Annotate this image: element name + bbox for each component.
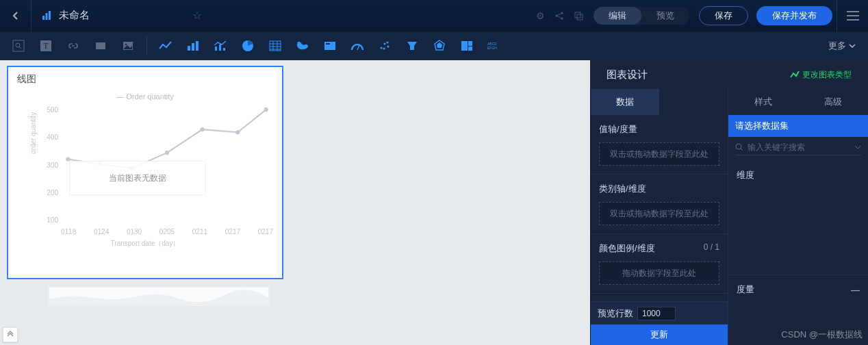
- filter-section: 过滤器: [591, 294, 728, 301]
- image-tool[interactable]: [117, 35, 139, 57]
- card-tool[interactable]: [319, 35, 341, 57]
- svg-point-3: [555, 14, 557, 16]
- value-axis-section: 值轴/度量 双击或拖动数据字段至此处: [591, 115, 728, 175]
- chart-scrubber[interactable]: [49, 287, 269, 306]
- bar-chart-icon: [41, 10, 52, 21]
- watermark: CSDN @一根数据线: [781, 329, 863, 341]
- combo-chart-tool[interactable]: [209, 35, 231, 57]
- chart-title: 线图: [8, 66, 283, 88]
- tab-style[interactable]: 样式: [728, 89, 798, 115]
- svg-text:T: T: [43, 41, 49, 51]
- dropdown-icon[interactable]: [854, 144, 861, 151]
- canvas[interactable]: ✧ ↔ 线图 — Order quantity order quantity 5…: [0, 60, 590, 345]
- line-icon: [790, 71, 800, 79]
- dataset-search-input[interactable]: [748, 142, 850, 152]
- copy-icon[interactable]: [569, 6, 588, 25]
- svg-point-38: [165, 151, 169, 155]
- svg-point-26: [383, 42, 385, 44]
- svg-point-42: [736, 144, 741, 149]
- preview-rows-bar: 预览行数: [591, 301, 728, 324]
- title-wrap: 未命名 ☆: [31, 9, 212, 22]
- update-button[interactable]: 更新: [591, 324, 728, 345]
- category-axis-section: 类别轴/维度 双击或拖动数据字段至此处: [591, 175, 728, 234]
- dataset-select-header[interactable]: 请选择数据集: [728, 115, 868, 137]
- svg-rect-0: [42, 16, 44, 20]
- svg-rect-6: [575, 12, 580, 18]
- svg-rect-16: [192, 43, 194, 51]
- chart-body: — Order quantity order quantity 500 400 …: [8, 92, 283, 257]
- chevron-left-icon: [11, 11, 21, 21]
- radar-tool[interactable]: [429, 35, 450, 57]
- measure-label: 度量: [737, 283, 754, 296]
- menu-icon[interactable]: [837, 0, 868, 31]
- favorite-star-icon[interactable]: ☆: [192, 9, 202, 22]
- svg-rect-19: [219, 44, 221, 51]
- y-axis-ticks: 500 400 300 200 100: [40, 106, 58, 224]
- dimension-label: 维度: [737, 169, 754, 181]
- svg-point-39: [201, 127, 205, 131]
- pie-chart-tool[interactable]: [237, 35, 259, 57]
- svg-rect-2: [49, 11, 51, 20]
- mode-tabs: 编辑 预览: [593, 7, 689, 25]
- gauge-tool[interactable]: [346, 35, 368, 57]
- svg-point-29: [386, 41, 388, 43]
- svg-rect-32: [468, 47, 472, 51]
- tab-edit[interactable]: 编辑: [593, 7, 641, 25]
- value-axis-dropzone[interactable]: 双击或拖动数据字段至此处: [599, 142, 719, 166]
- tab-data[interactable]: 数据: [591, 89, 659, 115]
- svg-rect-1: [46, 13, 48, 20]
- query-tool[interactable]: [8, 35, 29, 57]
- svg-rect-31: [468, 41, 472, 46]
- heatmap-tool[interactable]: ABCDEFGH: [483, 35, 505, 57]
- change-chart-type[interactable]: 更改图表类型: [790, 69, 852, 81]
- svg-rect-7: [577, 14, 583, 20]
- svg-rect-18: [215, 47, 217, 51]
- preview-rows-input[interactable]: [637, 307, 676, 320]
- x-axis-label: Transport date（day）: [8, 239, 283, 248]
- svg-rect-24: [326, 43, 330, 44]
- scatter-tool[interactable]: [374, 35, 396, 57]
- svg-point-27: [387, 45, 389, 47]
- text-tool[interactable]: T: [35, 35, 57, 57]
- tab-advanced[interactable]: 高级: [798, 89, 868, 115]
- save-button[interactable]: 保存: [699, 6, 748, 25]
- top-bar: 未命名 ☆ ⚙ 编辑 预览 保存 保存并发布: [0, 0, 868, 31]
- measure-section: 度量 —: [728, 274, 868, 304]
- component-toolbar: T ABCDEFGH 更多: [0, 31, 868, 60]
- value-axis-title: 值轴/度量: [599, 123, 719, 136]
- table-tool[interactable]: [264, 35, 286, 57]
- settings-icon[interactable]: ⚙: [531, 6, 550, 25]
- chart-card[interactable]: 线图 — Order quantity order quantity 500 4…: [7, 66, 283, 279]
- more-label: 更多: [828, 40, 846, 52]
- line-chart-tool[interactable]: [155, 35, 177, 57]
- expand-panel-button[interactable]: [3, 327, 18, 342]
- panel-right: 样式 高级 请选择数据集 维度 度量 —: [728, 60, 868, 345]
- funnel-tool[interactable]: [401, 35, 423, 57]
- color-legend-count: 0 / 1: [704, 242, 719, 255]
- dimension-section: 维度: [728, 161, 868, 190]
- dataset-search: [735, 142, 861, 155]
- map-tool[interactable]: [292, 35, 314, 57]
- share-icon[interactable]: [550, 6, 569, 25]
- tab-preview[interactable]: 预览: [641, 7, 689, 25]
- svg-point-5: [561, 17, 563, 19]
- category-axis-dropzone[interactable]: 双击或拖动数据字段至此处: [599, 202, 719, 225]
- treemap-tool[interactable]: [456, 35, 478, 57]
- y-axis-label: order quantity: [29, 112, 37, 154]
- dataset-search-row: [728, 137, 868, 161]
- svg-rect-15: [188, 46, 190, 51]
- x-axis-ticks: 0118 0124 0130 0205 0211 0217 0217: [61, 228, 273, 238]
- collapse-measure-icon[interactable]: —: [851, 285, 860, 295]
- chevron-down-icon: [849, 42, 856, 49]
- svg-point-40: [235, 130, 240, 134]
- link-tool[interactable]: [62, 35, 84, 57]
- svg-rect-30: [461, 41, 468, 51]
- more-tools[interactable]: 更多: [828, 40, 863, 52]
- svg-rect-17: [196, 41, 199, 51]
- color-legend-dropzone[interactable]: 拖动数据字段至此处: [599, 261, 719, 285]
- back-button[interactable]: [0, 0, 31, 31]
- rect-tool[interactable]: [90, 35, 112, 57]
- panel-title: 图表设计: [607, 68, 648, 81]
- bar-chart-tool[interactable]: [182, 35, 204, 57]
- save-publish-button[interactable]: 保存并发布: [756, 6, 832, 25]
